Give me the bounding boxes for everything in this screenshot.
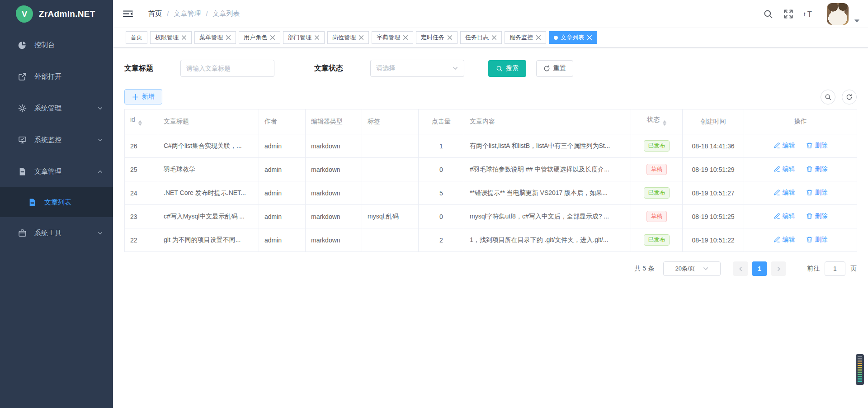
column-header-label: 创建时间 <box>701 118 726 125</box>
column-header-title: 文章标题 <box>158 109 259 134</box>
close-icon <box>447 35 453 40</box>
table-header-row: id文章标题作者编辑器类型标签点击量文章内容状态创建时间操作 <box>125 109 857 134</box>
fullscreen-icon[interactable] <box>783 9 793 19</box>
edit-link[interactable]: 编辑 <box>774 142 795 150</box>
search-button[interactable]: 搜索 <box>488 60 526 77</box>
next-page-button[interactable] <box>771 261 786 276</box>
article-status-label: 文章状态 <box>314 64 343 73</box>
sidebar-item-external-open[interactable]: 外部打开 <box>0 61 113 92</box>
cell-clicks: 1 <box>419 134 464 158</box>
active-tab-dot <box>554 36 558 40</box>
chevron-down-icon <box>452 65 458 71</box>
hamburger-icon[interactable] <box>123 9 133 18</box>
cell-created: 08-19 10:51:25 <box>683 205 744 228</box>
current-page-button[interactable]: 1 <box>752 261 767 276</box>
cell-clicks: 5 <box>419 181 464 205</box>
delete-link[interactable]: 删除 <box>806 189 828 197</box>
delete-link[interactable]: 删除 <box>806 236 828 244</box>
cell-tags <box>362 181 419 205</box>
sidebar-item-label: 控制台 <box>34 41 103 49</box>
sidebar-item-dashboard[interactable]: 控制台 <box>0 29 113 61</box>
add-button-label: 新增 <box>142 93 155 101</box>
tab-post[interactable]: 岗位管理 <box>327 31 369 44</box>
tab-menu[interactable]: 菜单管理 <box>194 31 236 44</box>
breadcrumb-item[interactable]: 首页 <box>148 9 162 18</box>
tab-user-role[interactable]: 用户角色 <box>239 31 280 44</box>
column-header-label: 状态 <box>647 116 660 123</box>
sort-control[interactable] <box>663 119 666 128</box>
refresh-icon <box>846 94 853 100</box>
search-icon <box>496 65 503 72</box>
column-header-content: 文章内容 <box>464 109 631 134</box>
cell-created: 08-19 10:51:22 <box>683 228 744 252</box>
delete-icon <box>806 142 813 149</box>
prev-page-button[interactable] <box>733 261 748 276</box>
close-icon <box>359 35 364 40</box>
breadcrumb-separator: / <box>206 10 208 18</box>
tab-job-log[interactable]: 任务日志 <box>460 31 502 44</box>
delete-link[interactable]: 删除 <box>806 165 828 173</box>
filter-article-title: 文章标题 <box>124 60 274 77</box>
edit-link[interactable]: 编辑 <box>774 189 795 197</box>
goto-page-input[interactable] <box>825 261 845 276</box>
toggle-search-button[interactable] <box>821 90 835 104</box>
column-header-editor: 编辑器类型 <box>306 109 362 134</box>
page-size-select[interactable]: 20条/页 <box>663 261 721 276</box>
refresh-icon <box>543 65 550 72</box>
add-button[interactable]: 新增 <box>124 89 162 104</box>
sidebar-item-system-monitor[interactable]: 系统监控 <box>0 124 113 156</box>
page-content: 文章标题 文章状态 请选择 搜索 重置 <box>113 47 868 408</box>
tab-home[interactable]: 首页 <box>126 31 147 44</box>
font-size-icon[interactable]: tT <box>804 9 814 19</box>
search-icon[interactable] <box>763 9 773 19</box>
article-title-input[interactable] <box>180 60 274 77</box>
edit-link[interactable]: 编辑 <box>774 212 795 220</box>
tab-scheduled-job[interactable]: 定时任务 <box>416 31 458 44</box>
sidebar-item-article-admin[interactable]: 文章管理 <box>0 156 113 187</box>
cell-clicks: 0 <box>419 205 464 228</box>
edit-link[interactable]: 编辑 <box>774 236 795 244</box>
logo[interactable]: V ZrAdmin.NET <box>0 0 113 28</box>
refresh-table-button[interactable] <box>842 90 857 104</box>
column-header-label: 文章内容 <box>470 118 495 125</box>
delete-link[interactable]: 删除 <box>806 142 828 150</box>
edit-link-label: 编辑 <box>783 189 795 197</box>
navbar-actions: tT <box>763 3 859 25</box>
column-header-label: 编辑器类型 <box>311 118 343 125</box>
cell-author: admin <box>259 228 306 252</box>
app-title: ZrAdmin.NET <box>39 9 95 19</box>
article-status-select[interactable]: 请选择 <box>370 60 464 77</box>
logo-letter: V <box>22 9 28 19</box>
user-menu[interactable] <box>827 3 859 25</box>
delete-link[interactable]: 删除 <box>806 212 828 220</box>
cell-title: c#写入Mysql中文显示乱码 ... <box>158 205 259 228</box>
goto-page: 前往 页 <box>807 261 857 276</box>
delete-icon <box>806 166 813 172</box>
sidebar-subitem-article-list[interactable]: 文章列表 <box>0 187 113 217</box>
breadcrumb: 首页/文章管理/文章列表 <box>148 9 240 18</box>
sort-control[interactable] <box>138 119 142 128</box>
sort-asc-caret <box>138 119 142 123</box>
sidebar-item-label: 外部打开 <box>34 72 103 81</box>
cell-id: 23 <box>125 205 158 228</box>
edit-link[interactable]: 编辑 <box>774 165 795 173</box>
reset-button[interactable]: 重置 <box>536 60 573 77</box>
cell-status: 草稿 <box>631 205 683 228</box>
table-toolbar: 新增 <box>124 89 857 104</box>
status-badge: 已发布 <box>644 140 670 152</box>
sidebar-item-system-tools[interactable]: 系统工具 <box>0 217 113 249</box>
sidebar-item-system-admin[interactable]: 系统管理 <box>0 92 113 124</box>
close-icon <box>314 35 320 40</box>
tab-article-list[interactable]: 文章列表 <box>549 31 597 44</box>
edit-icon <box>774 236 780 243</box>
cell-tags <box>362 228 419 252</box>
tab-permission[interactable]: 权限管理 <box>150 31 192 44</box>
edit-link-label: 编辑 <box>783 236 795 244</box>
tab-server-monitor[interactable]: 服务监控 <box>505 31 546 44</box>
tab-dict[interactable]: 字典管理 <box>372 31 413 44</box>
document-icon <box>28 198 37 207</box>
edge-color-widget[interactable] <box>856 354 864 385</box>
edit-icon <box>774 142 780 149</box>
delete-icon <box>806 213 813 219</box>
tab-department[interactable]: 部门管理 <box>283 31 325 44</box>
